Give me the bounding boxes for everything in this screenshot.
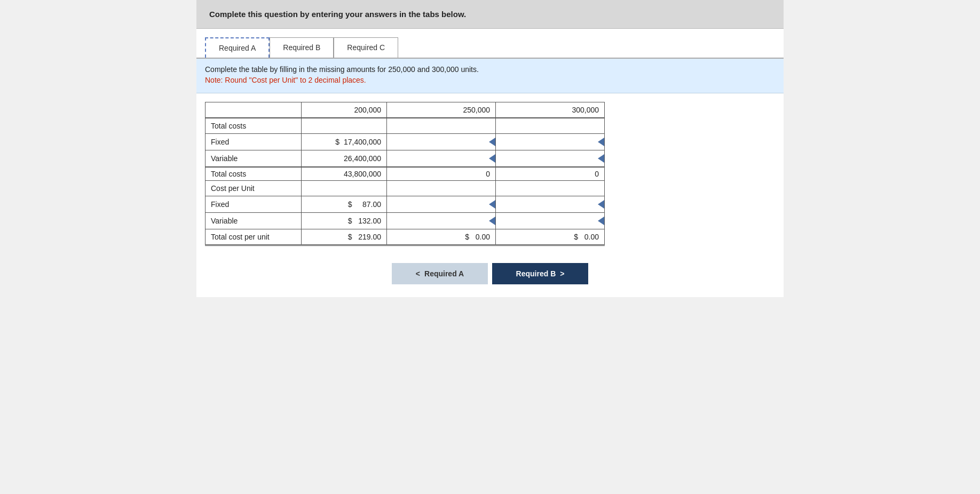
variable-250-cell[interactable]	[387, 150, 496, 168]
total-cost-per-unit-250-value: $ 0.00	[387, 229, 496, 245]
cost-per-unit-300	[496, 181, 605, 196]
cost-per-unit-250	[387, 181, 496, 196]
fixed-300-cell[interactable]	[496, 134, 605, 150]
variable-label: Variable	[206, 150, 302, 168]
col-label-header	[206, 102, 302, 118]
fixed-per-unit-300-cell[interactable]	[496, 196, 605, 213]
variable-per-unit-label: Variable	[206, 213, 302, 229]
next-label: Required B	[516, 269, 556, 278]
fixed-per-unit-300-indicator	[598, 200, 604, 209]
bottom-nav: < Required A Required B >	[196, 254, 784, 297]
col-250-header: 250,000	[387, 102, 496, 118]
cost-per-unit-section-row: Cost per Unit	[206, 181, 605, 196]
cost-per-unit-label: Cost per Unit	[206, 181, 302, 196]
variable-200-value: 26,400,000	[302, 150, 387, 168]
fixed-300-indicator	[598, 138, 604, 146]
fixed-250-input[interactable]	[387, 134, 495, 150]
variable-per-unit-300-input[interactable]	[496, 213, 604, 229]
total-cost-per-unit-300-value: $ 0.00	[496, 229, 605, 245]
variable-per-unit-300-indicator	[598, 217, 604, 225]
total-costs-row-label: Total costs	[206, 167, 302, 181]
prev-arrow: <	[416, 269, 420, 278]
instruction-box: Complete the table by filling in the mis…	[196, 59, 784, 93]
fixed-per-unit-250-input[interactable]	[387, 196, 495, 212]
variable-300-indicator	[598, 154, 604, 163]
total-costs-200-value: 43,800,000	[302, 167, 387, 181]
total-costs-section-row: Total costs	[206, 118, 605, 134]
variable-300-cell[interactable]	[496, 150, 605, 168]
fixed-per-unit-250-cell[interactable]	[387, 196, 496, 213]
total-costs-250	[387, 118, 496, 134]
instruction-main: Complete the table by filling in the mis…	[205, 65, 775, 74]
col-200-header: 200,000	[302, 102, 387, 118]
header-instruction: Complete this question by entering your …	[209, 10, 466, 19]
total-costs-200	[302, 118, 387, 134]
fixed-per-unit-200-value: $ 87.00	[302, 196, 387, 213]
cost-table: 200,000 250,000 300,000 Total costs Fixe…	[205, 102, 605, 246]
tab-required-c[interactable]: Required C	[334, 37, 398, 58]
variable-per-unit-250-cell[interactable]	[387, 213, 496, 229]
variable-250-indicator	[489, 154, 495, 163]
total-costs-300	[496, 118, 605, 134]
tabs-container: Required A Required B Required C	[196, 29, 784, 59]
prev-button[interactable]: < Required A	[392, 263, 488, 284]
fixed-row: Fixed $ 17,400,000	[206, 134, 605, 150]
table-header-row: 200,000 250,000 300,000	[206, 102, 605, 118]
prev-label: Required A	[424, 269, 464, 278]
variable-row: Variable 26,400,000	[206, 150, 605, 168]
fixed-per-unit-300-input[interactable]	[496, 196, 604, 212]
col-300-header: 300,000	[496, 102, 605, 118]
fixed-label: Fixed	[206, 134, 302, 150]
total-cost-per-unit-row: Total cost per unit $ 219.00 $ 0.00 $ 0.…	[206, 229, 605, 245]
tab-required-b[interactable]: Required B	[270, 37, 334, 58]
instruction-note: Note: Round "Cost per Unit" to 2 decimal…	[205, 76, 775, 84]
next-arrow: >	[560, 269, 564, 278]
fixed-per-unit-250-indicator	[489, 200, 495, 209]
fixed-200-value: $ 17,400,000	[302, 134, 387, 150]
total-cost-per-unit-200-value: $ 219.00	[302, 229, 387, 245]
variable-per-unit-300-cell[interactable]	[496, 213, 605, 229]
total-costs-row: Total costs 43,800,000 0 0	[206, 167, 605, 181]
header-bar: Complete this question by entering your …	[196, 0, 784, 29]
variable-per-unit-200-value: $ 132.00	[302, 213, 387, 229]
total-costs-label: Total costs	[206, 118, 302, 134]
variable-250-input[interactable]	[387, 150, 495, 166]
fixed-250-indicator	[489, 138, 495, 146]
total-costs-250-value: 0	[387, 167, 496, 181]
fixed-per-unit-label: Fixed	[206, 196, 302, 213]
variable-per-unit-row: Variable $ 132.00	[206, 213, 605, 229]
tab-required-a[interactable]: Required A	[205, 37, 270, 58]
variable-per-unit-250-indicator	[489, 217, 495, 225]
fixed-250-cell[interactable]	[387, 134, 496, 150]
total-costs-300-value: 0	[496, 167, 605, 181]
table-area: 200,000 250,000 300,000 Total costs Fixe…	[196, 93, 784, 254]
cost-per-unit-200	[302, 181, 387, 196]
fixed-300-input[interactable]	[496, 134, 604, 150]
total-cost-per-unit-label: Total cost per unit	[206, 229, 302, 245]
fixed-per-unit-row: Fixed $ 87.00	[206, 196, 605, 213]
variable-per-unit-250-input[interactable]	[387, 213, 495, 229]
next-button[interactable]: Required B >	[492, 263, 588, 284]
variable-300-input[interactable]	[496, 150, 604, 166]
